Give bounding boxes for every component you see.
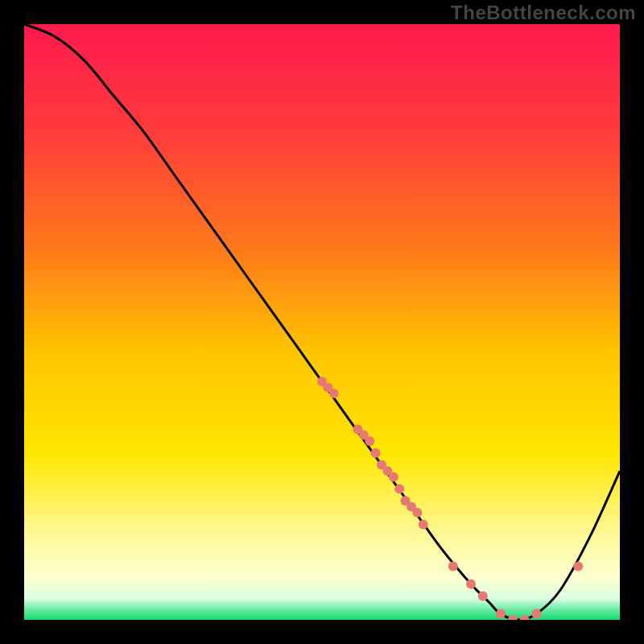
watermark-text: TheBottleneck.com — [451, 2, 636, 24]
sample-point — [371, 448, 381, 458]
chart-frame: TheBottleneck.com — [0, 0, 644, 644]
sample-point — [419, 520, 428, 530]
sample-point — [394, 484, 404, 493]
sample-point — [329, 389, 339, 398]
bottleneck-chart — [24, 24, 620, 620]
sample-point — [389, 472, 398, 481]
sample-point — [531, 609, 541, 619]
sample-point — [573, 561, 583, 571]
sample-point — [412, 508, 422, 518]
sample-point — [466, 580, 476, 589]
gradient-background — [24, 24, 620, 620]
sample-point — [448, 561, 458, 571]
sample-point — [478, 591, 488, 601]
sample-point — [496, 609, 506, 619]
sample-point — [365, 436, 374, 446]
